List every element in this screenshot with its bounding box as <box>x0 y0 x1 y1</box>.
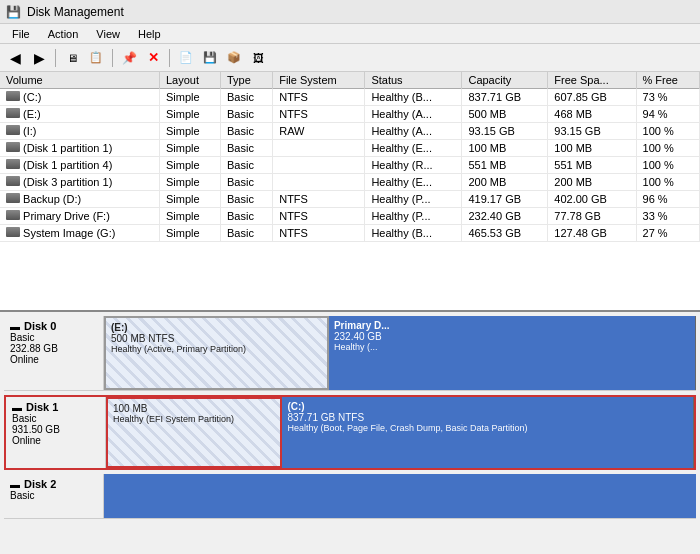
disk0-p0-status: Healthy (Active, Primary Partition) <box>111 344 322 354</box>
table-row[interactable]: (E:) Simple Basic NTFS Healthy (A... 500… <box>0 106 700 123</box>
table-row[interactable]: System Image (G:) Simple Basic NTFS Heal… <box>0 225 700 242</box>
disk0-p0-detail: 500 MB NTFS <box>111 333 322 344</box>
col-layout[interactable]: Layout <box>159 72 220 89</box>
cell-pct: 94 % <box>636 106 699 123</box>
cell-status: Healthy (P... <box>365 191 462 208</box>
table-row[interactable]: Backup (D:) Simple Basic NTFS Healthy (P… <box>0 191 700 208</box>
toolbar-img[interactable]: 🖼 <box>247 47 269 69</box>
table-row[interactable]: Primary Drive (F:) Simple Basic NTFS Hea… <box>0 208 700 225</box>
cell-status: Healthy (A... <box>365 106 462 123</box>
disk1-icon: ▬ <box>12 402 22 413</box>
disk0-info: ▬ Disk 0 Basic 232.88 GB Online <box>4 316 104 390</box>
disk1-p0-status: Healthy (EFI System Partition) <box>113 414 275 424</box>
toolbar-pin[interactable]: 📌 <box>118 47 140 69</box>
col-fs[interactable]: File System <box>273 72 365 89</box>
toolbar-forward[interactable]: ▶ <box>28 47 50 69</box>
cell-type: Basic <box>220 174 272 191</box>
disk1-status: Online <box>12 435 99 446</box>
cell-status: Healthy (E... <box>365 140 462 157</box>
toolbar-computer[interactable]: 🖥 <box>61 47 83 69</box>
cell-type: Basic <box>220 106 272 123</box>
toolbar-new[interactable]: 📄 <box>175 47 197 69</box>
cell-volume: (I:) <box>0 123 159 140</box>
cell-status: Healthy (B... <box>365 225 462 242</box>
disk1-name: Disk 1 <box>26 401 58 413</box>
app-icon: 💾 <box>6 5 21 19</box>
cell-fs <box>273 140 365 157</box>
toolbar-save[interactable]: 💾 <box>199 47 221 69</box>
disk0-size: 232.88 GB <box>10 343 97 354</box>
main-container: Volume Layout Type File System Status Ca… <box>0 72 700 554</box>
col-status[interactable]: Status <box>365 72 462 89</box>
table-row[interactable]: (Disk 1 partition 1) Simple Basic Health… <box>0 140 700 157</box>
cell-type: Basic <box>220 225 272 242</box>
col-volume[interactable]: Volume <box>0 72 159 89</box>
disk2-info: ▬ Disk 2 Basic <box>4 474 104 518</box>
app-title: Disk Management <box>27 5 124 19</box>
cell-layout: Simple <box>159 191 220 208</box>
cell-fs: NTFS <box>273 208 365 225</box>
disk1-row: ▬ Disk 1 Basic 931.50 GB Online 100 MB H… <box>4 395 696 470</box>
table-header-row: Volume Layout Type File System Status Ca… <box>0 72 700 89</box>
disk1-p1-status: Healthy (Boot, Page File, Crash Dump, Ba… <box>287 423 688 433</box>
cell-type: Basic <box>220 191 272 208</box>
col-free[interactable]: Free Spa... <box>548 72 636 89</box>
cell-capacity: 93.15 GB <box>462 123 548 140</box>
disk1-partition-efi[interactable]: 100 MB Healthy (EFI System Partition) <box>106 397 282 468</box>
cell-layout: Simple <box>159 174 220 191</box>
toolbar-list[interactable]: 📋 <box>85 47 107 69</box>
cell-status: Healthy (A... <box>365 123 462 140</box>
disk0-p1-status: Healthy (... <box>334 342 690 352</box>
cell-layout: Simple <box>159 123 220 140</box>
col-capacity[interactable]: Capacity <box>462 72 548 89</box>
menu-action[interactable]: Action <box>40 26 87 42</box>
col-type[interactable]: Type <box>220 72 272 89</box>
cell-layout: Simple <box>159 157 220 174</box>
toolbar-back[interactable]: ◀ <box>4 47 26 69</box>
cell-fs: NTFS <box>273 225 365 242</box>
cell-pct: 96 % <box>636 191 699 208</box>
cell-pct: 100 % <box>636 157 699 174</box>
cell-type: Basic <box>220 89 272 106</box>
table-row[interactable]: (C:) Simple Basic NTFS Healthy (B... 837… <box>0 89 700 106</box>
menu-view[interactable]: View <box>88 26 128 42</box>
cell-volume: (C:) <box>0 89 159 106</box>
toolbar-sep2 <box>112 49 113 67</box>
disk-icon: ▬ <box>10 321 20 332</box>
cell-volume: System Image (G:) <box>0 225 159 242</box>
disk0-partition-main[interactable]: Primary D... 232.40 GB Healthy (... <box>329 316 696 390</box>
toolbar: ◀ ▶ 🖥 📋 📌 ✕ 📄 💾 📦 🖼 <box>0 44 700 72</box>
cell-free: 607.85 GB <box>548 89 636 106</box>
disk1-partition-c[interactable]: (C:) 837.71 GB NTFS Healthy (Boot, Page … <box>282 397 694 468</box>
disk0-p0-label: (E:) <box>111 322 322 333</box>
disk1-partitions: 100 MB Healthy (EFI System Partition) (C… <box>106 397 694 468</box>
cell-pct: 27 % <box>636 225 699 242</box>
table-row[interactable]: (I:) Simple Basic RAW Healthy (A... 93.1… <box>0 123 700 140</box>
disk0-partition-e[interactable]: (E:) 500 MB NTFS Healthy (Active, Primar… <box>104 316 329 390</box>
cell-type: Basic <box>220 123 272 140</box>
menu-file[interactable]: File <box>4 26 38 42</box>
cell-layout: Simple <box>159 208 220 225</box>
table-row[interactable]: (Disk 1 partition 4) Simple Basic Health… <box>0 157 700 174</box>
cell-type: Basic <box>220 157 272 174</box>
cell-free: 127.48 GB <box>548 225 636 242</box>
disk2-name: Disk 2 <box>24 478 56 490</box>
cell-pct: 100 % <box>636 174 699 191</box>
table-row[interactable]: (Disk 3 partition 1) Simple Basic Health… <box>0 174 700 191</box>
cell-free: 93.15 GB <box>548 123 636 140</box>
cell-status: Healthy (E... <box>365 174 462 191</box>
cell-capacity: 232.40 GB <box>462 208 548 225</box>
col-pct[interactable]: % Free <box>636 72 699 89</box>
toolbar-pkg[interactable]: 📦 <box>223 47 245 69</box>
cell-fs <box>273 157 365 174</box>
cell-fs <box>273 174 365 191</box>
disk2-partitions <box>104 474 696 518</box>
menu-help[interactable]: Help <box>130 26 169 42</box>
disk0-row: ▬ Disk 0 Basic 232.88 GB Online (E:) 500… <box>4 316 696 391</box>
cell-pct: 73 % <box>636 89 699 106</box>
toolbar-delete[interactable]: ✕ <box>142 47 164 69</box>
cell-volume: Backup (D:) <box>0 191 159 208</box>
cell-fs: RAW <box>273 123 365 140</box>
cell-capacity: 465.53 GB <box>462 225 548 242</box>
cell-volume: (Disk 1 partition 1) <box>0 140 159 157</box>
